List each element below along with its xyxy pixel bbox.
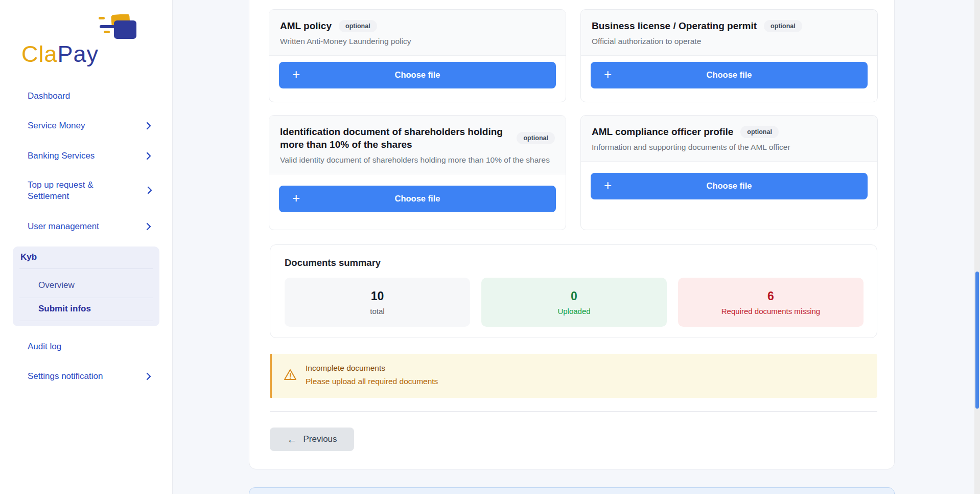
optional-badge: optional — [517, 132, 555, 144]
documents-summary-card: Documents summary 10 total 0 Uploaded 6 … — [270, 244, 877, 338]
sidebar-item-kyb[interactable]: Kyb — [20, 252, 46, 262]
optional-badge: optional — [339, 20, 377, 32]
document-upload-grid: AML policy optional Written Anti-Money L… — [269, 9, 878, 230]
divider — [19, 268, 153, 269]
document-description: Written Anti-Money Laundering policy — [280, 36, 555, 47]
sidebar-item-kyb-submit-infos[interactable]: Submit infos — [38, 304, 91, 314]
optional-badge: optional — [740, 126, 779, 138]
sidebar-item-label: User management — [28, 221, 99, 231]
warning-triangle-icon — [283, 368, 297, 384]
incomplete-documents-alert: Incomplete documents Please upload all r… — [270, 354, 877, 398]
stat-missing: 6 Required documents missing — [678, 278, 864, 327]
choose-file-label: Choose file — [395, 70, 440, 80]
stat-missing-value: 6 — [767, 289, 774, 303]
sidebar-item-label: Submit infos — [38, 304, 91, 313]
sidebar-item-banking-services[interactable]: Banking Services — [28, 150, 152, 162]
choose-file-button[interactable]: + Choose file — [591, 173, 868, 199]
clapay-logo-text: ClaPay — [21, 41, 99, 68]
documents-summary-stats: 10 total 0 Uploaded 6 Required documents… — [285, 278, 864, 327]
choose-file-button[interactable]: + Choose file — [279, 62, 556, 88]
sidebar-item-user-management[interactable]: User management — [28, 221, 152, 232]
document-title: Business license / Operating permit — [592, 19, 757, 32]
sidebar-item-label: Overview — [38, 280, 75, 290]
document-card-aml-policy: AML policy optional Written Anti-Money L… — [269, 9, 566, 102]
document-card-header: Identification document of shareholders … — [269, 116, 566, 174]
chevron-right-icon — [146, 122, 151, 133]
documents-summary-title: Documents summary — [285, 257, 381, 268]
stat-uploaded-label: Uploaded — [557, 307, 590, 316]
sidebar: ClaPay Dashboard Service Money Banking S… — [0, 0, 173, 494]
sidebar-item-dashboard[interactable]: Dashboard — [28, 91, 152, 102]
stat-total: 10 total — [285, 278, 470, 327]
logo-text-cla: Cla — [21, 41, 58, 67]
sidebar-item-label: Kyb — [20, 252, 37, 262]
plus-icon: + — [604, 177, 612, 193]
document-card-business-license: Business license / Operating permit opti… — [580, 9, 878, 102]
sidebar-item-label: Audit log — [28, 342, 61, 351]
sidebar-item-label: Dashboard — [28, 91, 70, 101]
document-description: Official authorization to operate — [592, 36, 867, 47]
document-title: AML compliance officer profile — [592, 125, 733, 138]
optional-badge: optional — [764, 20, 802, 32]
sidebar-item-label: Settings notification — [28, 371, 103, 381]
stat-total-value: 10 — [371, 289, 384, 303]
document-card-body: + Choose file — [269, 174, 566, 230]
stat-uploaded-value: 0 — [571, 289, 577, 303]
document-description: Valid identity document of shareholders … — [280, 155, 555, 166]
document-card-body: + Choose file — [269, 56, 566, 102]
document-card-body: + Choose file — [581, 56, 877, 102]
chevron-right-icon — [146, 372, 151, 384]
choose-file-label: Choose file — [395, 194, 440, 204]
alert-message: Please upload all required documents — [306, 377, 438, 386]
stat-total-label: total — [370, 307, 384, 316]
document-card-header: Business license / Operating permit opti… — [581, 10, 877, 56]
chevron-right-icon — [146, 222, 151, 234]
plus-icon: + — [604, 66, 612, 82]
clapay-logo-icon — [98, 14, 137, 46]
stat-uploaded: 0 Uploaded — [481, 278, 667, 327]
document-card-header: AML policy optional Written Anti-Money L… — [269, 10, 566, 56]
chevron-down-icon — [39, 252, 46, 262]
scrollbar-thumb[interactable] — [975, 272, 979, 409]
arrow-left-icon: ← — [287, 434, 297, 444]
choose-file-label: Choose file — [707, 181, 752, 191]
choose-file-button[interactable]: + Choose file — [591, 62, 868, 88]
document-description: Information and supporting documents of … — [592, 142, 867, 153]
sidebar-item-audit-log[interactable]: Audit log — [28, 341, 152, 352]
plus-icon: + — [292, 66, 300, 82]
stat-missing-label: Required documents missing — [721, 307, 820, 316]
divider — [19, 321, 153, 321]
document-card-header: AML compliance officer profile optional … — [581, 116, 877, 162]
sidebar-item-kyb-overview[interactable]: Overview — [38, 280, 75, 290]
sidebar-item-label: Top up request & Settlement — [28, 180, 94, 201]
sidebar-group-kyb: Kyb Overview Submit infos — [13, 246, 159, 326]
document-card-body: + Choose file — [581, 162, 877, 230]
document-card-aml-officer: AML compliance officer profile optional … — [580, 115, 878, 230]
sidebar-item-settings-notification[interactable]: Settings notification — [28, 371, 152, 382]
clapay-logo[interactable]: ClaPay — [21, 14, 142, 70]
document-card-shareholder-id: Identification document of shareholders … — [269, 115, 566, 230]
sidebar-item-label: Banking Services — [28, 151, 95, 161]
choose-file-label: Choose file — [707, 70, 752, 80]
previous-button[interactable]: ← Previous — [270, 428, 354, 451]
previous-button-label: Previous — [303, 434, 337, 444]
sidebar-item-label: Service Money — [28, 121, 85, 130]
kyb-submit-documents-panel: AML policy optional Written Anti-Money L… — [249, 0, 895, 469]
divider — [19, 298, 153, 298]
next-section-card-partial — [249, 487, 895, 494]
plus-icon: + — [292, 190, 300, 206]
chevron-right-icon — [146, 152, 151, 163]
document-title: AML policy — [280, 19, 332, 32]
chevron-right-icon — [147, 186, 152, 197]
divider — [270, 411, 877, 412]
choose-file-button[interactable]: + Choose file — [279, 186, 556, 212]
logo-text-pay: Pay — [58, 41, 99, 67]
alert-title: Incomplete documents — [306, 364, 385, 373]
scrollbar-track[interactable] — [974, 0, 980, 494]
sidebar-item-service-money[interactable]: Service Money — [28, 120, 152, 131]
sidebar-item-top-up-request-settlement[interactable]: Top up request & Settlement — [28, 179, 130, 202]
document-title: Identification document of shareholders … — [280, 125, 509, 151]
